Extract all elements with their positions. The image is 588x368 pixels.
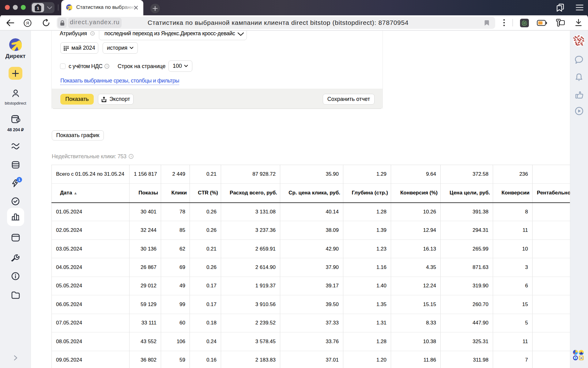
svg-text:10: 10 — [580, 357, 582, 359]
svg-text:?: ? — [92, 32, 93, 35]
svg-text:?: ? — [130, 155, 132, 158]
svg-text:?: ? — [106, 65, 107, 68]
svg-text:Я: Я — [26, 21, 29, 25]
svg-text:1: 1 — [37, 6, 39, 10]
